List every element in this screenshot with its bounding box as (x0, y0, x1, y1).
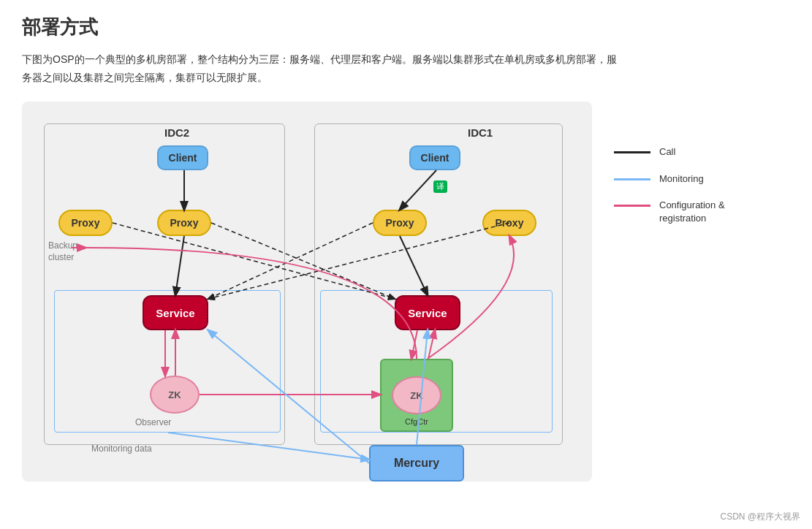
legend-label-monitoring: Monitoring (659, 172, 704, 186)
legend-config: Configuration &registration (614, 199, 725, 225)
client-idc1: Client (409, 145, 460, 170)
idc1-label: IDC1 (468, 126, 493, 139)
legend-line-monitoring (614, 178, 650, 180)
proxy-idc2-left: Proxy (58, 210, 113, 236)
legend-label-call: Call (659, 145, 675, 159)
mercury-node: Mercury (369, 445, 464, 482)
diagram-wrapper: IDC2 IDC1 译 Client Client Proxy Proxy (22, 102, 790, 482)
client-idc2: Client (157, 145, 208, 170)
legend-line-call (614, 151, 650, 153)
monitoring-data-label: Monitoring data (91, 444, 152, 454)
legend: Call Monitoring Configuration &registrat… (614, 145, 725, 225)
proxy-idc1-right: Proxy (482, 210, 536, 236)
page-title: 部署方式 (22, 15, 790, 40)
monitor-box-idc2 (54, 290, 281, 433)
backup-cluster-label: Backupcluster (48, 240, 77, 263)
legend-call: Call (614, 145, 725, 159)
page-container: 部署方式 下图为OSP的一个典型的多机房部署，整个结构分为三层：服务端、代理层和… (0, 0, 812, 496)
description: 下图为OSP的一个典型的多机房部署，整个结构分为三层：服务端、代理层和客户端。服… (22, 50, 621, 87)
legend-label-config: Configuration &registration (659, 199, 725, 225)
footer: CSDN @程序大视界 (720, 511, 800, 523)
idc2-label: IDC2 (164, 126, 189, 139)
proxy-idc1-left: Proxy (373, 210, 427, 236)
diagram-area: IDC2 IDC1 译 Client Client Proxy Proxy (22, 102, 592, 482)
translate-badge: 译 (433, 180, 447, 193)
proxy-idc2-right: Proxy (157, 210, 211, 236)
legend-monitoring: Monitoring (614, 172, 725, 186)
monitor-box-idc1 (320, 290, 553, 433)
legend-line-config (614, 205, 650, 207)
